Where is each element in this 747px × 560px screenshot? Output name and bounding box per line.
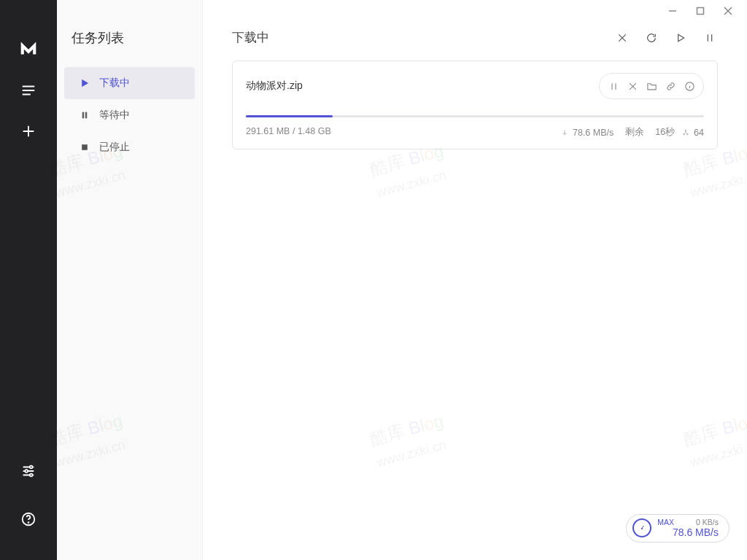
svg-point-1: [25, 470, 28, 472]
main-header: 下载中: [203, 22, 747, 61]
speed-upload: 0 KB/s: [696, 518, 719, 527]
progress-fill: [246, 115, 333, 117]
task-size: 291.61 MB / 1.48 GB: [246, 126, 331, 139]
progress-bar: [246, 115, 704, 117]
toolbar-pause-icon[interactable]: [702, 30, 718, 46]
sidebar: 任务列表 下载中 等待中 已停止: [57, 0, 203, 560]
speed-max-label: MAX: [657, 518, 674, 527]
task-link-button[interactable]: [661, 77, 680, 96]
stop-icon: [79, 141, 90, 153]
app-logo[interactable]: [0, 29, 57, 70]
tasks-icon[interactable]: [0, 70, 57, 111]
sidebar-item-label: 已停止: [99, 141, 130, 154]
add-icon[interactable]: [0, 111, 57, 152]
svg-rect-5: [82, 145, 88, 150]
task-list: 动物派对.zip 291.61 MB / 1.48 GB 78.: [203, 61, 747, 149]
main-area: 下载中 动物派对.zip: [203, 0, 747, 560]
pause-icon: [79, 109, 90, 121]
task-stats: 78.6 MB/s 剩余 16秒 64: [561, 126, 704, 139]
window-titlebar: [203, 0, 747, 22]
sidebar-item-stopped[interactable]: 已停止: [64, 131, 195, 163]
settings-icon[interactable]: [0, 451, 57, 491]
svg-point-4: [28, 522, 29, 523]
minimize-button[interactable]: [667, 5, 678, 17]
task-info-button[interactable]: [680, 77, 699, 96]
task-actions: [599, 73, 704, 99]
speed-download: 78.6 MB/s: [673, 526, 719, 539]
maximize-button[interactable]: [694, 5, 706, 17]
svg-rect-6: [697, 8, 704, 15]
speed-badge[interactable]: MAX 0 KB/s 78.6 MB/s: [626, 514, 729, 542]
svg-point-0: [30, 466, 33, 469]
task-delete-button[interactable]: [623, 77, 642, 96]
close-button[interactable]: [722, 5, 734, 17]
toolbar-resume-icon[interactable]: [673, 30, 689, 46]
task-card[interactable]: 动物派对.zip 291.61 MB / 1.48 GB 78.: [232, 61, 718, 149]
task-folder-button[interactable]: [642, 77, 661, 96]
sidebar-item-downloading[interactable]: 下载中: [64, 67, 195, 99]
sidebar-item-label: 下载中: [99, 77, 130, 90]
toolbar-close-icon[interactable]: [614, 30, 630, 46]
svg-point-2: [30, 474, 33, 477]
main-toolbar: [614, 30, 718, 46]
sidebar-item-waiting[interactable]: 等待中: [64, 99, 195, 131]
play-icon: [79, 77, 90, 89]
svg-point-8: [685, 130, 686, 131]
page-title: 下载中: [232, 29, 269, 46]
svg-point-11: [642, 529, 643, 530]
task-pause-button[interactable]: [604, 77, 623, 96]
sidebar-item-label: 等待中: [99, 109, 130, 122]
speed-info: MAX 0 KB/s 78.6 MB/s: [657, 518, 719, 539]
speedometer-icon: [632, 518, 651, 537]
toolbar-refresh-icon[interactable]: [643, 30, 659, 46]
sidebar-title: 任务列表: [57, 29, 202, 67]
help-icon[interactable]: [0, 499, 57, 540]
task-filename: 动物派对.zip: [246, 79, 303, 93]
left-rail: [0, 0, 57, 560]
